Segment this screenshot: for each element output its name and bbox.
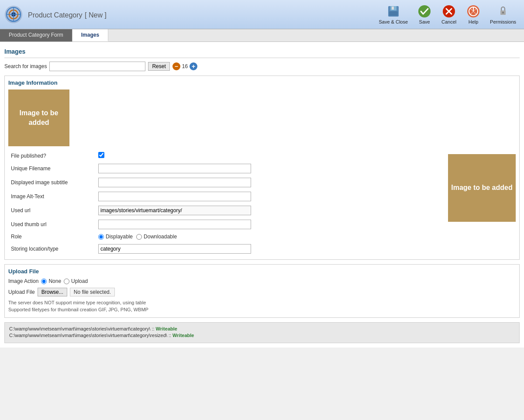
- upload-file-label: Upload File: [8, 289, 35, 295]
- used-thumb-label: Used thumb url: [8, 217, 96, 231]
- page-increase-button[interactable]: +: [190, 62, 197, 70]
- info-line1: The server does NOT support mime type re…: [8, 300, 516, 305]
- image-form-fields: File published? Unique Filename Displaye…: [8, 150, 444, 256]
- cancel-button[interactable]: Cancel: [438, 3, 460, 26]
- alt-text-input[interactable]: [98, 192, 251, 201]
- svg-point-17: [473, 7, 474, 9]
- path2-status: Writeable: [172, 333, 194, 338]
- action-upload-radio[interactable]: [64, 279, 69, 284]
- images-section-title: Images: [4, 46, 520, 58]
- role-row: Role Displayable Downloadable: [8, 231, 444, 242]
- svg-point-10: [418, 5, 431, 17]
- action-none-radio[interactable]: [41, 279, 47, 284]
- save-close-button[interactable]: Save & Close: [375, 3, 411, 26]
- file-status: No file selected.: [70, 288, 115, 296]
- used-thumb-input[interactable]: [98, 220, 251, 229]
- role-options: Displayable Downloadable: [98, 234, 441, 240]
- page-number: 16: [182, 63, 188, 69]
- action-none-label: None: [48, 278, 61, 284]
- file-published-row: File published?: [8, 150, 444, 162]
- path1-status: Writeable: [156, 326, 177, 331]
- images-section: Images Search for images Reset − 16 +: [4, 46, 520, 71]
- search-row: Search for images Reset − 16 +: [4, 62, 520, 71]
- image-information-section: Image Information Image to be added File…: [4, 76, 520, 260]
- search-label: Search for images: [4, 63, 47, 69]
- role-displayable-radio[interactable]: [98, 234, 104, 240]
- image-form-table: File published? Unique Filename Displaye…: [8, 150, 444, 256]
- permissions-button[interactable]: Permissions: [486, 3, 520, 26]
- path1: C:\wamp\www\metseam\vmart\images\stories…: [9, 326, 515, 331]
- file-published-label: File published?: [8, 150, 96, 162]
- action-upload-option: Upload: [64, 278, 88, 284]
- svg-rect-9: [389, 11, 398, 16]
- upload-file-section: Upload File Image Action None Upload Upl…: [4, 264, 520, 318]
- storing-label: Storing location/type: [8, 242, 96, 256]
- app-header: Product Category [ New ] Save & Close: [0, 0, 524, 29]
- action-upload-label: Upload: [71, 278, 88, 284]
- alt-text-row: Image Alt-Text: [8, 189, 444, 203]
- search-input[interactable]: [49, 62, 145, 71]
- toolbar: Save & Close Save Cancel: [375, 3, 520, 26]
- help-button[interactable]: Help: [462, 3, 485, 26]
- unique-filename-row: Unique Filename: [8, 162, 444, 176]
- displayed-subtitle-label: Displayed image subtitle: [8, 176, 96, 189]
- image-info-layout: File published? Unique Filename Displaye…: [8, 150, 516, 256]
- svg-point-21: [502, 12, 504, 14]
- page-decrease-button[interactable]: −: [172, 62, 180, 70]
- unique-filename-label: Unique Filename: [8, 162, 96, 176]
- image-information-title: Image Information: [8, 79, 516, 86]
- action-none-option: None: [41, 278, 61, 284]
- used-url-input[interactable]: [98, 206, 251, 215]
- page-title: Product Category [ New ]: [28, 10, 375, 20]
- info-line2: Supported filetypes for thumbnail creati…: [8, 307, 516, 312]
- reset-button[interactable]: Reset: [148, 62, 169, 71]
- role-downloadable-label: Downloadable: [144, 234, 177, 240]
- alt-text-label: Image Alt-Text: [8, 189, 96, 203]
- storing-input[interactable]: [98, 244, 251, 254]
- image-placeholder-right: Image to be added: [448, 154, 516, 222]
- path1-text: C:\wamp\www\metseam\vmart\images\stories…: [9, 326, 155, 331]
- help-icon: [466, 4, 480, 18]
- svg-rect-8: [392, 7, 394, 10]
- tabs-bar: Product Category Form Images: [0, 29, 524, 42]
- save-close-icon: [386, 4, 400, 18]
- used-url-label: Used url: [8, 203, 96, 217]
- path-info-box: C:\wamp\www\metseam\vmart\images\stories…: [4, 322, 520, 343]
- role-displayable-option: Displayable: [98, 234, 133, 240]
- cancel-icon: [442, 4, 456, 18]
- image-placeholder-left: Image to be added: [8, 90, 69, 146]
- upload-file-row: Upload File Browse... No file selected.: [8, 288, 516, 296]
- used-thumb-row: Used thumb url: [8, 217, 444, 231]
- app-logo: [4, 5, 23, 24]
- storing-row: Storing location/type: [8, 242, 444, 256]
- tab-product-category-form[interactable]: Product Category Form: [0, 29, 72, 41]
- unique-filename-input[interactable]: [98, 164, 251, 173]
- permissions-icon: [496, 4, 510, 18]
- file-published-checkbox[interactable]: [98, 152, 104, 158]
- browse-button[interactable]: Browse...: [38, 288, 67, 296]
- upload-file-title: Upload File: [8, 268, 516, 275]
- displayed-subtitle-input[interactable]: [98, 178, 251, 187]
- save-icon: [417, 4, 431, 18]
- role-label: Role: [8, 231, 96, 242]
- role-downloadable-radio[interactable]: [136, 234, 142, 240]
- tab-images[interactable]: Images: [72, 29, 108, 41]
- image-action-row: Image Action None Upload: [8, 278, 516, 284]
- role-displayable-label: Displayable: [106, 234, 133, 240]
- path2: C:\wamp\www\metseam\vmart\images\stories…: [9, 333, 515, 338]
- image-action-label: Image Action: [8, 278, 38, 284]
- used-url-row: Used url: [8, 203, 444, 217]
- main-content: Images Search for images Reset − 16 + Im…: [0, 42, 524, 348]
- path2-text: C:\wamp\www\metseam\vmart\images\stories…: [9, 333, 171, 338]
- save-button[interactable]: Save: [413, 3, 436, 26]
- displayed-subtitle-row: Displayed image subtitle: [8, 176, 444, 189]
- role-downloadable-option: Downloadable: [136, 234, 177, 240]
- page-controls: − 16 +: [172, 62, 197, 70]
